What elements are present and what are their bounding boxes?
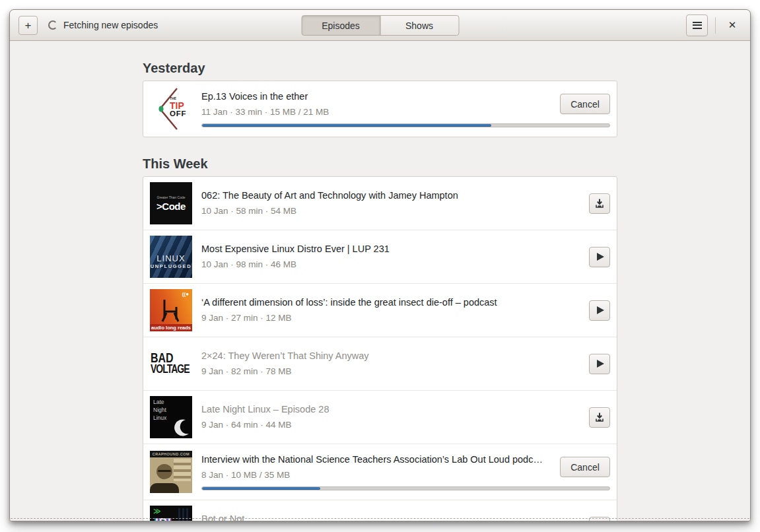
- episode-meta: 9 Jan · 82 min · 78 MB: [201, 366, 581, 377]
- play-icon: [597, 253, 604, 261]
- tab-episodes[interactable]: Episodes: [301, 15, 380, 36]
- plus-icon: +: [25, 20, 32, 31]
- show-cover-late-night-linux: LateNightLinux: [150, 396, 192, 438]
- episode-meta: 9 Jan · 64 min · 44 MB: [201, 420, 581, 430]
- episode-row: BADVOLTAGE 2×24: They Weren’t That Shiny…: [143, 337, 617, 390]
- headerbar: + Fetching new episodes Episodes Shows ✕: [10, 10, 750, 41]
- undershoot-dashed-line: [11, 518, 749, 519]
- close-button[interactable]: ✕: [723, 16, 742, 34]
- cancel-download-button[interactable]: Cancel: [560, 94, 610, 114]
- app-window: + Fetching new episodes Episodes Shows ✕…: [9, 9, 751, 521]
- progress-fill: [202, 124, 491, 127]
- episodes-column: Yesterday THETIPOFF Ep.13 Voices in the …: [143, 61, 617, 521]
- episode-row: THETIPOFF Ep.13 Voices in the ether 11 J…: [143, 81, 617, 137]
- progress-fill: [202, 487, 320, 490]
- status-text: Fetching new episodes: [63, 20, 158, 30]
- play-button[interactable]: [589, 247, 610, 267]
- show-cover-greater-than-code: Greater Than Code>Code: [150, 182, 192, 224]
- episode-info: Interview with the National Science Teac…: [201, 451, 610, 493]
- episode-list-card: Greater Than Code>Code 062: The Beauty o…: [143, 176, 617, 521]
- episode-meta: 11 Jan · 33 min · 15 MB / 21 MB: [201, 107, 552, 117]
- episode-title: Interview with the National Science Teac…: [201, 454, 552, 465]
- episodes-view: Yesterday THETIPOFF Ep.13 Voices in the …: [10, 42, 750, 521]
- headerbar-right-group: ✕: [686, 15, 742, 36]
- episode-row: CRAPHOUND.COM Interview with the Nationa…: [143, 444, 617, 500]
- episode-info: 2×24: They Weren’t That Shiny Anyway 9 J…: [201, 343, 610, 385]
- episode-title: Most Expensive Linux Distro Ever | LUP 2…: [201, 244, 581, 254]
- add-podcast-button[interactable]: +: [18, 16, 38, 35]
- play-button[interactable]: [589, 354, 610, 374]
- episode-title: 2×24: They Weren’t That Shiny Anyway: [201, 350, 581, 361]
- episode-title: Late Night Linux – Episode 28: [201, 404, 581, 415]
- episode-row: LateNightLinux Late Night Linux – Episod…: [143, 390, 617, 444]
- play-icon: [597, 360, 604, 368]
- download-progressbar: [201, 486, 610, 490]
- episode-meta: 9 Jan · 27 min · 12 MB: [201, 313, 581, 323]
- download-progressbar: [201, 123, 610, 127]
- episode-title: ‘A different dimension of loss’: inside …: [201, 297, 581, 308]
- episode-row: LINUXUNPLUGGED Most Expensive Linux Dist…: [143, 230, 617, 283]
- show-cover-audio-long-reads: ((● audio long reads: [150, 289, 192, 331]
- episode-title: Bot or Not: [201, 514, 581, 521]
- episode-meta: 8 Jan · 10 MB / 35 MB: [201, 470, 552, 481]
- section-heading: This Week: [143, 156, 617, 172]
- cancel-download-button[interactable]: Cancel: [560, 457, 610, 477]
- episode-info: Ep.13 Voices in the ether 11 Jan · 33 mi…: [201, 88, 610, 130]
- episode-info: Late Night Linux – Episode 28 9 Jan · 64…: [201, 396, 610, 438]
- show-cover-bad-voltage: BADVOLTAGE: [150, 343, 192, 385]
- episode-title: Ep.13 Voices in the ether: [201, 91, 552, 102]
- download-button[interactable]: [589, 407, 610, 428]
- close-icon: ✕: [728, 19, 737, 31]
- show-cover-linux-unplugged: LINUXUNPLUGGED: [150, 236, 192, 278]
- download-icon: [594, 412, 605, 422]
- tab-shows[interactable]: Shows: [380, 15, 459, 36]
- section-heading: Yesterday: [143, 61, 617, 76]
- episode-title: 062: The Beauty of Art and Technology wi…: [201, 190, 581, 201]
- play-button[interactable]: [589, 300, 610, 321]
- episode-info: ‘A different dimension of loss’: inside …: [201, 289, 610, 331]
- play-icon: [597, 306, 604, 314]
- episode-info: 062: The Beauty of Art and Technology wi…: [201, 182, 610, 224]
- spinner-icon: [48, 20, 57, 30]
- episode-row: ((● audio long reads ‘A different dimens…: [143, 283, 617, 337]
- show-cover-craphound: CRAPHOUND.COM: [150, 451, 192, 493]
- hamburger-icon: [693, 20, 702, 30]
- download-button[interactable]: [589, 193, 610, 214]
- crescent-moon-graphic: [174, 419, 190, 438]
- headerbar-separator: [715, 17, 716, 34]
- episode-meta: 10 Jan · 98 min · 46 MB: [201, 259, 581, 270]
- menu-button[interactable]: [686, 15, 708, 36]
- episode-row: Greater Than Code>Code 062: The Beauty o…: [143, 177, 617, 230]
- show-cover-the-tip-off: THETIPOFF: [150, 88, 192, 130]
- download-icon: [594, 198, 605, 209]
- view-switcher: Episodes Shows: [301, 15, 459, 36]
- episode-list-card: THETIPOFF Ep.13 Voices in the ether 11 J…: [143, 81, 617, 137]
- episode-meta: 10 Jan · 58 min · 54 MB: [201, 206, 581, 216]
- episode-info: Most Expensive Linux Distro Ever | LUP 2…: [201, 236, 610, 278]
